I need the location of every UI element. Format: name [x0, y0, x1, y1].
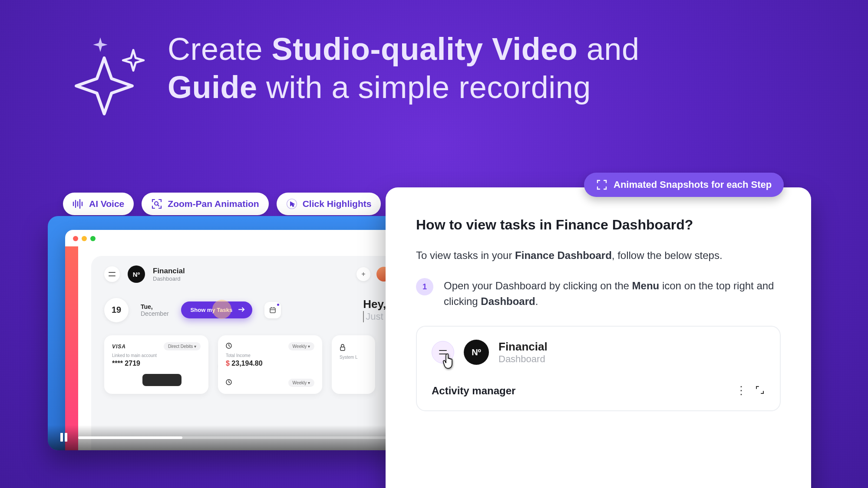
card-visa[interactable]: VISA Direct Debits ▾ Linked to main acco… — [104, 335, 208, 394]
card-value: **** 2719 — [112, 360, 201, 367]
clock-icon — [226, 379, 232, 386]
guide-step-1: 1 Open your Dashboard by clicking on the… — [416, 278, 781, 309]
window-sidebar-accent — [65, 246, 78, 450]
chip-zoom-pan[interactable]: Zoom-Pan Animation — [142, 193, 268, 215]
snapshot-frame: Nº Financial Dashboard Activity manager … — [416, 326, 781, 411]
step-number-badge: 1 — [416, 278, 433, 295]
card-subtitle: Linked to main account — [112, 353, 201, 358]
chip-ai-voice[interactable]: AI Voice — [63, 193, 134, 215]
clock-icon — [226, 343, 232, 350]
chip-label: Click Highlights — [303, 199, 372, 209]
chip-label: Zoom-Pan Animation — [168, 199, 259, 209]
video-controls — [48, 425, 404, 450]
guide-title: How to view tasks in Finance Dashboard? — [416, 217, 781, 233]
feature-chip-row: AI Voice Zoom-Pan Animation Click Highli… — [63, 193, 381, 215]
magnify-frame-icon — [151, 198, 162, 210]
card-subtitle: Total Income — [226, 353, 314, 358]
step-text: Open your Dashboard by clicking on the M… — [444, 278, 781, 309]
lock-icon — [340, 344, 367, 352]
cursor-pointer-icon — [442, 354, 456, 369]
page-title: Create Studio-quality Video and Guide wi… — [168, 30, 639, 107]
finance-app: Nº Financial Dashboard + Dwayn CEO As 19 — [91, 256, 404, 450]
progress-bar[interactable] — [78, 436, 393, 439]
snapshot-pill[interactable]: Animated Snapshots for each Step — [584, 173, 784, 197]
chip-click-highlights[interactable]: Click Highlights — [277, 193, 381, 215]
menu-button[interactable] — [104, 266, 120, 282]
card-selector[interactable]: Weekly ▾ — [288, 342, 314, 350]
expand-icon[interactable] — [755, 385, 765, 397]
card-system[interactable]: System L — [332, 335, 375, 394]
capture-frame-icon — [596, 179, 607, 190]
click-cursor-icon — [286, 198, 297, 210]
svg-rect-17 — [340, 347, 345, 350]
arrow-right-icon — [238, 307, 245, 313]
card-selector[interactable]: Direct Debits ▾ — [164, 342, 201, 350]
waveform-icon — [73, 198, 84, 210]
svg-rect-11 — [270, 308, 275, 313]
date-label: Tue, December — [141, 303, 169, 317]
svg-line-6 — [158, 205, 159, 206]
add-button[interactable]: + — [356, 267, 370, 281]
pause-button[interactable] — [58, 432, 70, 444]
app-toolbar: 19 Tue, December Show my Tasks Hey, Need — [104, 298, 404, 322]
section-title: Activity manager — [432, 385, 515, 397]
date-day[interactable]: 19 — [104, 298, 129, 322]
hero-header: Create Studio-quality Video and Guide wi… — [74, 30, 639, 121]
show-tasks-button[interactable]: Show my Tasks — [181, 301, 253, 318]
calendar-button[interactable] — [264, 302, 281, 318]
video-preview-card: Nº Financial Dashboard + Dwayn CEO As 19 — [48, 216, 404, 450]
kebab-menu-icon[interactable]: ⋮ — [736, 384, 748, 397]
stats-cards: VISA Direct Debits ▾ Linked to main acco… — [104, 335, 404, 394]
guide-intro: To view tasks in your Finance Dashboard,… — [416, 248, 781, 263]
card-value: $ 23,194.80 — [226, 360, 314, 367]
card-selector[interactable]: Weekly ▾ — [288, 379, 314, 387]
menu-button[interactable] — [432, 341, 454, 364]
brand-logo-icon: Nº — [128, 265, 145, 283]
mini-chart-icon — [142, 374, 182, 386]
svg-rect-19 — [65, 433, 67, 442]
brand-title: Financial Dashboard — [153, 267, 185, 282]
window-traffic-lights — [73, 236, 96, 241]
card-title: VISA — [112, 344, 126, 350]
svg-rect-18 — [60, 433, 63, 442]
sparkle-icon — [74, 38, 152, 121]
pill-label: Animated Snapshots for each Step — [614, 179, 772, 190]
card-income[interactable]: Weekly ▾ Total Income $ 23,194.80 Weekly… — [218, 335, 322, 394]
app-header: Nº Financial Dashboard + Dwayn CEO As — [104, 265, 404, 283]
card-subtitle: System L — [340, 355, 367, 360]
recorded-window: Nº Financial Dashboard + Dwayn CEO As 19 — [65, 230, 404, 450]
chip-label: AI Voice — [89, 199, 124, 209]
guide-card: How to view tasks in Finance Dashboard? … — [386, 187, 811, 488]
brand-logo-icon: Nº — [464, 340, 489, 365]
brand-title: Financial Dashboard — [498, 340, 548, 365]
